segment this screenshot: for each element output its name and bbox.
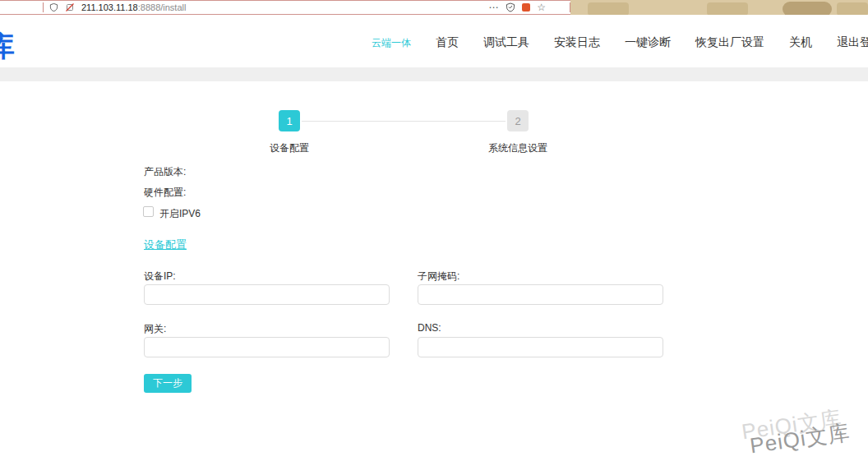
ipv6-checkbox[interactable] [143, 206, 154, 217]
subnet-mask-label: 子网掩码: [418, 270, 459, 284]
top-navigation: 库 云端一体 首页 调试工具 安装日志 一键诊断 恢复出厂设置 关机 退出登录 [0, 15, 868, 67]
nav-item-shutdown[interactable]: 关机 [789, 35, 812, 50]
page-divider-strip [0, 67, 868, 81]
url-text[interactable]: 211.103.11.18:8888/install [81, 2, 186, 12]
url-path: :8888/install [138, 2, 187, 12]
nav-item-debug-tools[interactable]: 调试工具 [483, 35, 529, 50]
site-logo: 库 [0, 28, 15, 66]
device-ip-input[interactable] [144, 284, 390, 305]
next-step-button[interactable]: 下一步 [144, 374, 192, 393]
page-actions-icon[interactable]: ⋯ [488, 2, 499, 13]
gateway-input[interactable] [144, 337, 390, 357]
ipv6-checkbox-label: 开启IPV6 [159, 207, 201, 221]
urlbar-divider [43, 2, 44, 12]
extension-icon[interactable] [522, 3, 530, 12]
device-config-section-link[interactable]: 设备配置 [144, 237, 187, 252]
desktop-window-fragment [588, 2, 629, 16]
step-connector-line [302, 121, 506, 122]
nav-item-install-log[interactable]: 安装日志 [554, 35, 600, 50]
blocked-plugin-icon[interactable] [65, 2, 75, 12]
nav-item-diagnosis[interactable]: 一键诊断 [625, 35, 671, 50]
nav-menu: 云端一体 首页 调试工具 安装日志 一键诊断 恢复出厂设置 关机 退出登录 [372, 35, 868, 50]
nav-item-factory-reset[interactable]: 恢复出厂设置 [695, 35, 764, 50]
browser-url-bar[interactable]: 211.103.11.18:8888/install ⋯ ☆ [0, 0, 570, 15]
step-1-indicator: 1 [279, 110, 300, 131]
gateway-label: 网关: [144, 322, 166, 336]
step-1-label: 设备配置 [265, 141, 314, 155]
page: 211.103.11.18:8888/install ⋯ ☆ 库 云端一体 首页… [0, 0, 868, 461]
desktop-window-fragment [837, 2, 868, 16]
urlbar-actions: ⋯ ☆ [485, 2, 549, 13]
desktop-window-fragment [707, 2, 748, 16]
url-host: 211.103.11.18 [81, 2, 138, 12]
tracking-protection-shield-icon[interactable] [49, 2, 58, 12]
nav-item-cloud-device[interactable]: 云端一体 [372, 36, 411, 50]
dns-label: DNS: [418, 322, 441, 334]
bookmark-star-icon[interactable]: ☆ [537, 2, 546, 13]
step-2-label: 系统信息设置 [483, 141, 552, 155]
nav-item-logout[interactable]: 退出登录 [837, 35, 868, 50]
hardware-config-label: 硬件配置: [144, 186, 186, 200]
product-version-label: 产品版本: [144, 165, 186, 179]
nav-item-home[interactable]: 首页 [436, 35, 459, 50]
device-ip-label: 设备IP: [144, 270, 176, 284]
subnet-mask-input[interactable] [418, 284, 663, 305]
dns-input[interactable] [418, 337, 663, 357]
step-2-indicator: 2 [507, 110, 529, 131]
shield-check-icon[interactable] [506, 2, 515, 12]
